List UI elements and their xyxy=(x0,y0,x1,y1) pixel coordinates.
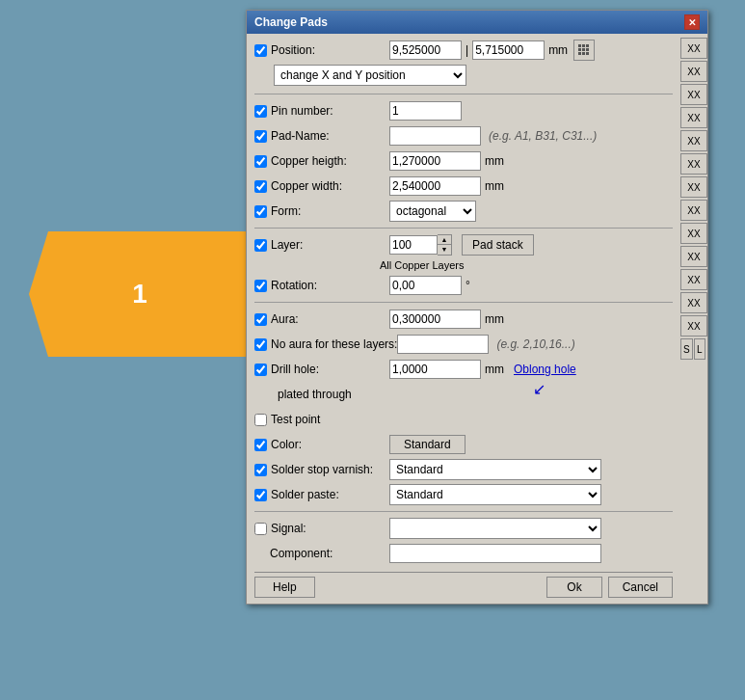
svg-rect-0 xyxy=(578,44,581,47)
color-checkbox-wrap: Color: xyxy=(254,438,389,451)
pin-number-row: Pin number: xyxy=(254,100,673,121)
position-y-input[interactable] xyxy=(472,40,545,60)
xx-button-4[interactable]: XX xyxy=(680,107,707,128)
xx-button-3[interactable]: XX xyxy=(680,84,707,105)
pad-name-hint: (e.g. A1, B31, C31...) xyxy=(489,129,597,143)
copper-width-input[interactable] xyxy=(389,176,481,196)
dialog-title: Change Pads xyxy=(254,15,328,29)
position-checkbox[interactable] xyxy=(254,44,267,57)
solder-stop-row: Solder stop varnish: Standard None Custo… xyxy=(254,459,673,480)
copper-height-row: Copper heigth: mm xyxy=(254,150,673,172)
form-row: Form: octagonal round rectangular oblong xyxy=(254,201,673,222)
form-checkbox[interactable] xyxy=(254,205,267,218)
svg-rect-7 xyxy=(582,52,585,55)
xx-button-10[interactable]: XX xyxy=(680,246,707,267)
layer-spinner-buttons: ▲ ▼ xyxy=(438,234,452,256)
xx-button-5[interactable]: XX xyxy=(680,130,707,151)
solder-paste-dropdown[interactable]: Standard None Custom xyxy=(389,484,601,505)
position-unit: mm xyxy=(548,43,568,57)
pin-number-checkbox[interactable] xyxy=(254,105,267,118)
xx-button-11[interactable]: XX xyxy=(680,269,707,290)
pin-number-input[interactable] xyxy=(389,101,462,121)
solder-paste-checkbox[interactable] xyxy=(254,489,267,501)
divider-4 xyxy=(254,511,673,512)
layer-down-button[interactable]: ▼ xyxy=(438,245,451,255)
plated-label: plated through xyxy=(278,388,352,401)
solder-stop-checkbox[interactable] xyxy=(254,464,267,476)
xx-button-8[interactable]: XX xyxy=(680,200,707,221)
xx-button-12[interactable]: XX xyxy=(680,292,707,313)
solder-paste-checkbox-wrap: Solder paste: xyxy=(254,488,389,501)
pad-name-input[interactable] xyxy=(389,126,481,146)
drill-hole-unit: mm xyxy=(485,363,504,376)
rotation-checkbox[interactable] xyxy=(254,280,267,292)
pad-stack-button[interactable]: Pad stack xyxy=(462,234,534,256)
rotation-checkbox-wrap: Rotation: xyxy=(254,279,389,292)
copper-width-row: Copper width: mm xyxy=(254,175,673,197)
svg-rect-6 xyxy=(578,52,581,55)
svg-rect-3 xyxy=(578,48,581,51)
aura-checkbox[interactable] xyxy=(254,313,267,326)
copper-height-checkbox[interactable] xyxy=(254,155,267,168)
no-aura-input[interactable] xyxy=(397,335,489,354)
no-aura-checkbox[interactable] xyxy=(254,338,267,351)
xx-button-7[interactable]: XX xyxy=(680,176,707,198)
component-label-wrap: Component: xyxy=(254,547,389,560)
change-pads-dialog: Change Pads ✕ Position: | mm xyxy=(246,10,708,605)
signal-checkbox[interactable] xyxy=(254,523,267,535)
cancel-button[interactable]: Cancel xyxy=(608,577,673,598)
pad-name-checkbox[interactable] xyxy=(254,130,267,143)
aura-input[interactable] xyxy=(389,310,481,329)
color-checkbox[interactable] xyxy=(254,439,267,451)
sl-button-row: S L xyxy=(680,338,705,360)
drill-hole-label: Drill hole: xyxy=(271,363,319,376)
ok-button[interactable]: Ok xyxy=(546,577,601,598)
component-row: Component: xyxy=(254,543,673,564)
rotation-label: Rotation: xyxy=(271,279,317,292)
s-button[interactable]: S xyxy=(680,338,693,360)
layer-up-button[interactable]: ▲ xyxy=(438,235,451,245)
solder-stop-dropdown[interactable]: Standard None Custom xyxy=(389,459,601,480)
l-button[interactable]: L xyxy=(694,338,706,360)
xx-button-6[interactable]: XX xyxy=(680,153,707,175)
ok-cancel-group: Ok Cancel xyxy=(546,577,673,598)
signal-checkbox-wrap: Signal: xyxy=(254,522,389,535)
position-label: Position: xyxy=(271,43,315,57)
form-dropdown[interactable]: octagonal round rectangular oblong xyxy=(389,201,476,222)
test-point-label: Test point xyxy=(271,413,320,426)
pin-number-label: Pin number: xyxy=(271,104,333,118)
xx-button-1[interactable]: XX xyxy=(680,38,707,59)
test-point-checkbox[interactable] xyxy=(254,414,267,426)
xx-button-2[interactable]: XX xyxy=(680,61,707,82)
dialog-main: Position: | mm xyxy=(247,34,678,604)
layer-row: Layer: ▲ ▼ Pad stack xyxy=(254,234,673,256)
dialog-content-wrap: Position: | mm xyxy=(247,34,707,604)
grid-button[interactable] xyxy=(573,40,595,61)
no-aura-row: No aura for these layers: (e.g. 2,10,16.… xyxy=(254,334,673,355)
component-input[interactable] xyxy=(389,544,601,563)
position-checkbox-wrap: Position: xyxy=(254,43,389,57)
copper-height-input[interactable] xyxy=(389,151,481,171)
rotation-input[interactable] xyxy=(389,276,462,295)
drill-hole-input[interactable] xyxy=(389,360,481,379)
signal-dropdown[interactable] xyxy=(389,518,601,539)
oblong-hole-link[interactable]: Oblong hole ↙ xyxy=(514,363,576,376)
help-button[interactable]: Help xyxy=(254,577,315,598)
no-aura-hint: (e.g. 2,10,16...) xyxy=(496,337,574,351)
aura-row: Aura: mm xyxy=(254,309,673,330)
side-buttons-panel: XX XX XX XX XX XX XX XX XX XX XX XX XX S… xyxy=(678,34,707,604)
xx-button-9[interactable]: XX xyxy=(680,223,707,244)
layer-checkbox-wrap: Layer: xyxy=(254,238,389,252)
close-button[interactable]: ✕ xyxy=(684,14,700,30)
layer-input[interactable] xyxy=(389,235,438,255)
copper-width-checkbox[interactable] xyxy=(254,180,267,193)
position-dropdown[interactable]: change X and Y position change X positio… xyxy=(274,65,466,86)
svg-rect-5 xyxy=(586,48,589,51)
pad-number: 1 xyxy=(29,231,251,357)
form-checkbox-wrap: Form: xyxy=(254,204,389,218)
layer-checkbox[interactable] xyxy=(254,239,267,252)
color-standard-button[interactable]: Standard xyxy=(389,435,466,454)
xx-button-13[interactable]: XX xyxy=(680,315,707,337)
position-x-input[interactable] xyxy=(389,40,462,60)
drill-hole-checkbox[interactable] xyxy=(254,363,267,376)
